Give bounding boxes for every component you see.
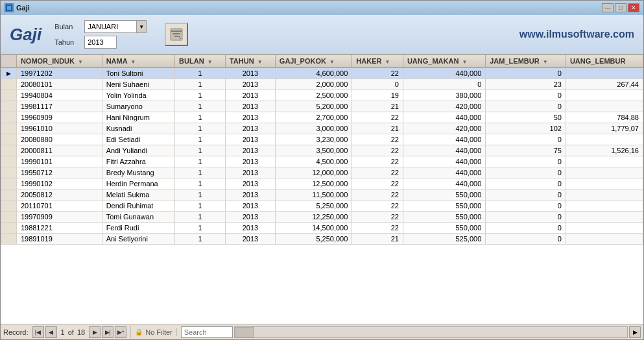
cell-bulan: 1	[175, 67, 226, 79]
cell-uang-makan: 420,000	[403, 123, 485, 134]
table-row[interactable]: 19970909Tomi Gunawan1201312,250,00022550…	[1, 212, 643, 223]
col-nama[interactable]: NAMA ▼	[102, 55, 174, 68]
col-haker[interactable]: HAKER ▼	[352, 55, 403, 68]
cell-jam-lembur: 0	[486, 101, 566, 112]
cell-uang-lembur	[566, 167, 643, 178]
row-selector	[1, 90, 17, 101]
table-row[interactable]: 20110701Dendi Ruhimat120135,250,00022550…	[1, 200, 643, 212]
cell-uang-lembur	[566, 178, 643, 189]
last-record-btn[interactable]: ▶|	[102, 326, 113, 338]
cell-tahun: 2013	[225, 123, 275, 134]
cell-jam-lembur: 0	[486, 156, 566, 167]
cell-bulan: 1	[175, 189, 226, 200]
tahun-input[interactable]	[84, 36, 117, 49]
cell-uang-lembur	[566, 189, 643, 200]
cell-gaji-pokok: 5,250,000	[275, 234, 352, 245]
cell-nomor-induk: 19971202	[16, 67, 102, 79]
cell-gaji-pokok: 5,200,000	[275, 101, 352, 112]
col-uang-lembur[interactable]: UANG_LEMBUR	[566, 55, 643, 68]
col-tahun[interactable]: TAHUN ▼	[225, 55, 275, 68]
record-label: Record:	[3, 328, 29, 336]
cell-bulan: 1	[175, 112, 226, 123]
cell-uang-makan: 440,000	[403, 134, 485, 145]
cell-uang-makan: 380,000	[403, 90, 485, 101]
prev-record-btn[interactable]: ◀	[45, 326, 57, 338]
col-jam-lembur[interactable]: JAM_LEMBUR ▼	[486, 55, 566, 68]
table-row[interactable]: 19961010Kusnadi120133,000,00021420,00010…	[1, 123, 643, 134]
cell-gaji-pokok: 12,250,000	[275, 212, 352, 223]
main-window: Gaji — □ ✕ Gaji Bulan ▼ Tahun	[0, 0, 644, 340]
row-selector	[1, 234, 17, 245]
search-input[interactable]	[181, 326, 233, 338]
cell-nomor-induk: 19970909	[16, 212, 102, 223]
table-row[interactable]: 19950712Bredy Mustang1201312,000,0002244…	[1, 167, 643, 178]
cell-haker: 19	[352, 90, 403, 101]
table-row[interactable]: 19981117Sumaryono120135,200,00021420,000…	[1, 101, 643, 112]
table-header-row: NOMOR_INDUK ▼ NAMA ▼ BULAN ▼ TAHUN ▼ GAJ…	[1, 55, 643, 68]
col-uang-makan[interactable]: UANG_MAKAN ▼	[403, 55, 485, 68]
close-button[interactable]: ✕	[628, 3, 639, 12]
cell-haker: 0	[352, 79, 403, 90]
bulan-dropdown[interactable]: ▼	[84, 20, 147, 33]
svg-rect-1	[7, 6, 11, 10]
data-area: NOMOR_INDUK ▼ NAMA ▼ BULAN ▼ TAHUN ▼ GAJ…	[1, 55, 643, 324]
col-bulan[interactable]: BULAN ▼	[175, 55, 226, 68]
table-row[interactable]: 20000811Andi Yuliandi120133,500,00022440…	[1, 145, 643, 156]
table-row[interactable]: ►19971202Toni Sultoni120134,600,00022440…	[1, 67, 643, 79]
cell-nomor-induk: 19990101	[16, 156, 102, 167]
bulan-input[interactable]	[84, 20, 136, 33]
header-left: Gaji Bulan ▼ Tahun	[10, 20, 188, 49]
bulan-dropdown-btn[interactable]: ▼	[136, 20, 147, 33]
cell-bulan: 1	[175, 167, 226, 178]
table-row[interactable]: 19881221Ferdi Rudi1201314,500,00022550,0…	[1, 223, 643, 234]
cell-gaji-pokok: 2,000,000	[275, 79, 352, 90]
cell-gaji-pokok: 12,000,000	[275, 167, 352, 178]
cell-nomor-induk: 20000811	[16, 145, 102, 156]
cell-nama: Andi Yuliandi	[102, 145, 174, 156]
title-bar-left: Gaji	[5, 3, 30, 12]
cell-nomor-induk: 20080101	[16, 79, 102, 90]
table-row[interactable]: 20080101Neni Suhaeni120132,000,000002326…	[1, 79, 643, 90]
table-row[interactable]: 19990102Herdin Permana1201312,500,000224…	[1, 178, 643, 189]
next-record-btn[interactable]: ▶	[89, 326, 101, 338]
table-row[interactable]: 19960909Hani Ningrum120132,700,00022440,…	[1, 112, 643, 123]
hscroll-thumb[interactable]	[235, 327, 254, 337]
cell-tahun: 2013	[225, 67, 275, 79]
col-nomor-induk[interactable]: NOMOR_INDUK ▼	[16, 55, 102, 68]
filter-area: 🔒 No Filter	[131, 328, 177, 336]
horizontal-scrollbar[interactable]	[234, 326, 628, 338]
row-selector: ►	[1, 67, 17, 79]
filter-button[interactable]	[165, 23, 188, 46]
cell-jam-lembur: 0	[486, 234, 566, 245]
table-row[interactable]: 20050812Melati Sukma1201311,500,00022550…	[1, 189, 643, 200]
cell-jam-lembur: 23	[486, 79, 566, 90]
table-row[interactable]: 20080880Edi Setiadi120133,230,00022440,0…	[1, 134, 643, 145]
header-fields: Bulan ▼ Tahun	[54, 20, 147, 49]
record-current: 1	[61, 328, 65, 336]
cell-gaji-pokok: 12,500,000	[275, 178, 352, 189]
first-record-btn[interactable]: |◀	[32, 326, 44, 338]
table-row[interactable]: 19940804Yolin Yolinda120132,500,00019380…	[1, 90, 643, 101]
cell-tahun: 2013	[225, 156, 275, 167]
table-row[interactable]: 19891019Ani Setiyorini120135,250,0002152…	[1, 234, 643, 245]
cell-nomor-induk: 20110701	[16, 200, 102, 212]
row-selector	[1, 101, 17, 112]
cell-jam-lembur: 0	[486, 90, 566, 101]
new-record-btn[interactable]: ▶*	[115, 326, 126, 338]
col-gaji-pokok[interactable]: GAJI_POKOK ▼	[275, 55, 352, 68]
maximize-button[interactable]: □	[615, 3, 626, 12]
cell-uang-lembur	[566, 101, 643, 112]
cell-uang-lembur	[566, 90, 643, 101]
cell-nomor-induk: 19940804	[16, 90, 102, 101]
cell-gaji-pokok: 5,250,000	[275, 200, 352, 212]
cell-haker: 21	[352, 234, 403, 245]
hscroll-right-btn[interactable]: ▶	[629, 326, 641, 338]
table-row[interactable]: 19990101Fitri Azzahra120134,500,00022440…	[1, 156, 643, 167]
table-container[interactable]: NOMOR_INDUK ▼ NAMA ▼ BULAN ▼ TAHUN ▼ GAJ…	[1, 55, 643, 324]
cell-uang-makan: 550,000	[403, 212, 485, 223]
cell-nama: Dendi Ruhimat	[102, 200, 174, 212]
cell-uang-makan: 440,000	[403, 167, 485, 178]
minimize-button[interactable]: —	[602, 3, 614, 12]
row-selector	[1, 79, 17, 90]
cell-tahun: 2013	[225, 212, 275, 223]
